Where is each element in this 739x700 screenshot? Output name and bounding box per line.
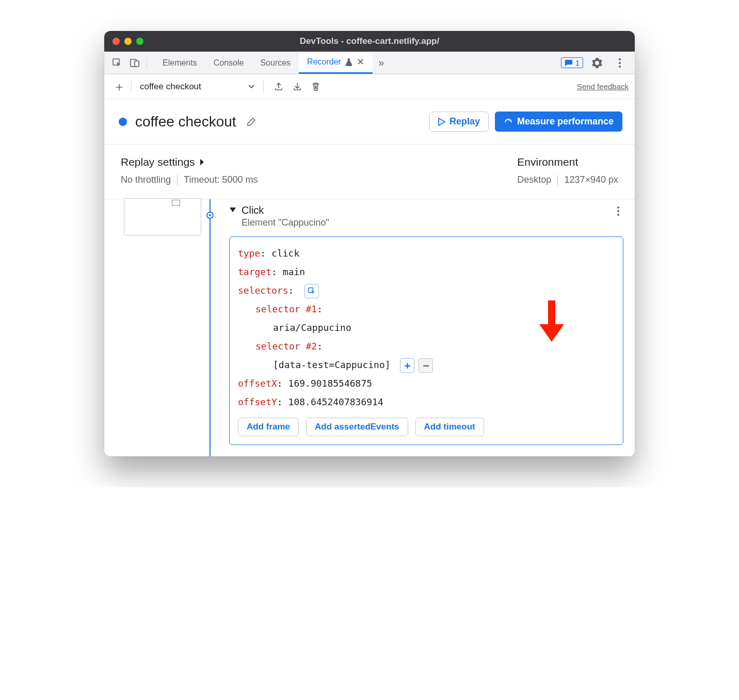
prop-key: selector #2 xyxy=(255,341,317,352)
issues-chip[interactable]: 1 xyxy=(561,57,583,68)
prop-key: selectors xyxy=(238,285,288,296)
selector-value[interactable]: [data-test=Cappucino] xyxy=(273,359,391,370)
steps-panel: Click Element "Cappucino" type: click ta… xyxy=(104,199,635,456)
window-titlebar: DevTools - coffee-cart.netlify.app/ xyxy=(104,31,635,52)
throttling-value: No throttling xyxy=(121,174,171,185)
prop-value[interactable]: 169.90185546875 xyxy=(288,378,373,389)
tab-elements[interactable]: Elements xyxy=(154,52,205,74)
recording-select[interactable]: coffee checkout xyxy=(135,82,260,92)
replay-button[interactable]: Replay xyxy=(429,112,489,132)
device-value: Desktop xyxy=(517,174,551,185)
button-label: Replay xyxy=(449,116,480,127)
tab-label: Sources xyxy=(260,58,291,68)
add-timeout-button[interactable]: Add timeout xyxy=(415,418,484,436)
thumbnail-column xyxy=(104,199,207,445)
settings-row: Replay settings No throttling Timeout: 5… xyxy=(104,145,635,199)
divider xyxy=(263,81,264,93)
svg-point-7 xyxy=(617,210,619,212)
svg-rect-2 xyxy=(135,61,139,67)
devtools-window: DevTools - coffee-cart.netlify.app/ Elem… xyxy=(104,31,635,456)
divider xyxy=(177,175,178,185)
prop-key: type xyxy=(238,248,260,259)
inspect-element-icon[interactable] xyxy=(108,54,126,72)
add-asserted-events-button[interactable]: Add assertedEvents xyxy=(306,418,408,436)
devtools-tabstrip: Elements Console Sources Recorder ✕ » 1 xyxy=(104,52,635,74)
new-recording-icon[interactable]: ＋ xyxy=(110,78,128,96)
prop-key: selector #1 xyxy=(255,304,317,314)
step-menu-icon[interactable] xyxy=(613,204,623,218)
svg-point-3 xyxy=(619,58,621,60)
prop-value[interactable]: click xyxy=(271,248,299,259)
play-icon xyxy=(438,118,445,126)
element-picker-icon[interactable] xyxy=(304,284,319,298)
button-label: Measure performance xyxy=(517,116,614,127)
recording-title: coffee checkout xyxy=(135,114,236,130)
prop-value[interactable]: main xyxy=(283,266,305,277)
tab-label: Console xyxy=(214,58,244,68)
prop-value[interactable]: 108.6452407836914 xyxy=(288,396,383,407)
close-tab-icon[interactable]: ✕ xyxy=(357,56,364,68)
recorder-toolbar: ＋ coffee checkout Send feedback xyxy=(104,74,635,99)
svg-point-4 xyxy=(619,62,621,64)
chevron-down-icon xyxy=(248,84,255,89)
more-tabs-icon[interactable]: » xyxy=(373,54,390,72)
prop-key: offsetX xyxy=(238,378,277,389)
more-menu-icon[interactable] xyxy=(611,54,629,72)
divider xyxy=(147,57,147,69)
traffic-lights xyxy=(104,38,143,45)
zoom-window-button[interactable] xyxy=(136,38,143,45)
minimize-window-button[interactable] xyxy=(124,38,132,45)
recording-select-label: coffee checkout xyxy=(140,82,201,92)
step-subtitle: Element "Cappucino" xyxy=(242,217,329,228)
delete-icon[interactable] xyxy=(307,78,325,96)
remove-selector-button[interactable]: − xyxy=(419,358,433,373)
tab-label: Elements xyxy=(163,58,197,68)
flask-icon xyxy=(345,58,352,66)
caret-right-icon xyxy=(199,158,204,166)
divider xyxy=(131,81,132,93)
recording-status-dot xyxy=(119,118,127,126)
recording-header: coffee checkout Replay Measure performan… xyxy=(104,99,635,145)
step-thumbnail xyxy=(124,198,201,235)
settings-gear-icon[interactable] xyxy=(588,54,606,72)
svg-point-5 xyxy=(619,66,621,68)
gauge-icon xyxy=(504,117,513,126)
selector-value[interactable]: aria/Cappucino xyxy=(273,322,351,333)
tab-console[interactable]: Console xyxy=(205,52,252,74)
tab-sources[interactable]: Sources xyxy=(252,52,299,74)
send-feedback-link[interactable]: Send feedback xyxy=(577,82,629,91)
prop-key: offsetY xyxy=(238,396,277,407)
import-icon[interactable] xyxy=(288,78,306,96)
tab-recorder[interactable]: Recorder ✕ xyxy=(299,52,373,74)
caret-down-icon[interactable] xyxy=(229,207,236,213)
window-title: DevTools - coffee-cart.netlify.app/ xyxy=(104,36,635,46)
edit-title-icon[interactable] xyxy=(243,113,260,131)
dimensions-value: 1237×940 px xyxy=(564,174,618,185)
tab-label: Recorder xyxy=(307,57,341,67)
export-icon[interactable] xyxy=(270,78,287,96)
close-window-button[interactable] xyxy=(113,38,120,45)
step-name: Click xyxy=(242,204,329,216)
add-frame-button[interactable]: Add frame xyxy=(238,418,299,436)
environment-heading: Environment xyxy=(517,156,618,168)
measure-performance-button[interactable]: Measure performance xyxy=(495,112,622,132)
step-editor-box: type: click target: main selectors: sele… xyxy=(229,236,623,445)
step-details: Click Element "Cappucino" type: click ta… xyxy=(207,199,635,445)
device-toolbar-icon[interactable] xyxy=(126,54,143,72)
timeout-value: Timeout: 5000 ms xyxy=(184,174,258,185)
prop-key: target xyxy=(238,266,271,277)
svg-point-6 xyxy=(617,206,619,209)
chat-icon xyxy=(565,59,573,67)
heading-label: Replay settings xyxy=(121,156,195,168)
issues-count: 1 xyxy=(575,58,580,67)
svg-point-8 xyxy=(617,214,619,216)
replay-settings-heading[interactable]: Replay settings xyxy=(121,156,258,168)
add-selector-button[interactable]: + xyxy=(400,358,414,373)
thumbnail-marker xyxy=(172,200,180,206)
divider xyxy=(557,175,558,185)
